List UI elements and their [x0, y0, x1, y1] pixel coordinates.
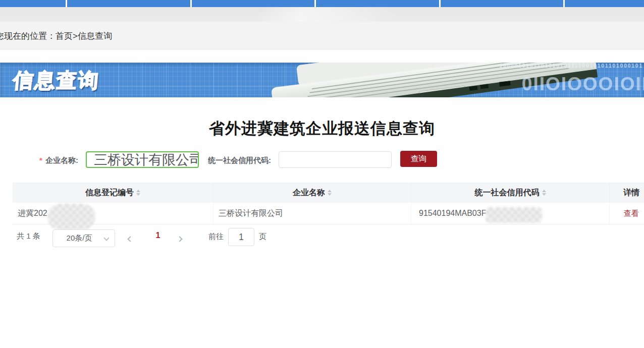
- pagination-total: 共 1 条: [17, 231, 40, 241]
- sort-caret-icon[interactable]: [542, 188, 546, 198]
- page-unit-label: 页: [259, 232, 266, 242]
- sort-caret-icon[interactable]: [328, 188, 332, 198]
- chevron-down-icon: [103, 235, 109, 241]
- page-title: 省外进冀建筑企业报送信息查询: [0, 118, 644, 139]
- breadcrumb-bar: 您现在的位置：首页>信息查询: [0, 22, 644, 49]
- cell-company: 三桥设计有限公司: [213, 203, 411, 224]
- redaction-blur-reg-no: [47, 204, 95, 230]
- credit-code-input[interactable]: [279, 151, 392, 168]
- search-button[interactable]: 查询: [400, 151, 437, 167]
- column-header-credit-code[interactable]: 统一社会信用代码: [411, 183, 610, 203]
- credit-code-label: 统一社会信用代码:: [208, 156, 271, 165]
- table-header-row: 信息登记编号 企业名称 统一社会信用代码 详情: [13, 183, 644, 203]
- banner-title: 信息查询: [12, 67, 101, 94]
- sort-caret-icon[interactable]: [136, 188, 140, 198]
- breadcrumb: 您现在的位置：首页>信息查询: [0, 30, 112, 42]
- prev-page-button[interactable]: [128, 234, 138, 244]
- redaction-blur-credit-code: [486, 207, 542, 223]
- view-detail-link[interactable]: 查看: [624, 209, 639, 218]
- nav-item-2[interactable]: [67, 0, 190, 7]
- banner: 信息查询 10000101011010001011110010101101000…: [0, 63, 644, 97]
- goto-page-input[interactable]: [228, 228, 254, 246]
- results-table: 信息登记编号 企业名称 统一社会信用代码 详情 进冀202 三桥设计有限公司 9…: [13, 183, 644, 224]
- nav-item-6[interactable]: [565, 0, 644, 7]
- binary-decoration-small: 10000101011010001011110010101101000101: [499, 63, 643, 69]
- cell-detail: 查看: [610, 203, 644, 224]
- nav-item-1[interactable]: [0, 0, 66, 7]
- company-name-input[interactable]: [86, 151, 199, 168]
- column-header-reg-no[interactable]: 信息登记编号: [13, 183, 213, 203]
- next-page-button[interactable]: [178, 234, 188, 244]
- binary-decoration-large: 0IIOIOOOIOII: [522, 74, 644, 95]
- column-header-company[interactable]: 企业名称: [213, 183, 411, 203]
- chevron-right-icon: [177, 236, 182, 242]
- breadcrumb-home-link[interactable]: 首页: [56, 31, 73, 41]
- page-size-value: 20条/页: [67, 234, 92, 243]
- breadcrumb-prefix: 您现在的位置：: [0, 31, 56, 41]
- nav-item-4[interactable]: [316, 0, 439, 7]
- cell-reg-no: 进冀202: [13, 203, 213, 224]
- breadcrumb-current: 信息查询: [78, 31, 112, 41]
- company-name-label: 企业名称:: [45, 156, 78, 165]
- nav-item-5[interactable]: [441, 0, 563, 7]
- table-row: 进冀202 三桥设计有限公司 91540194MAB03F 查看: [13, 203, 644, 224]
- header-band: [0, 7, 644, 22]
- top-nav-bar: [0, 0, 644, 7]
- nav-item-3[interactable]: [192, 0, 314, 7]
- required-asterisk: *: [39, 156, 42, 164]
- breadcrumb-separator: >: [73, 31, 78, 41]
- page-root: 您现在的位置：首页>信息查询: [0, 0, 644, 348]
- page-number-1[interactable]: 1: [151, 231, 165, 240]
- chevron-left-icon: [127, 236, 133, 242]
- goto-label: 前往: [208, 232, 224, 242]
- page-size-select[interactable]: 20条/页: [52, 229, 115, 247]
- column-header-detail: 详情: [610, 183, 644, 203]
